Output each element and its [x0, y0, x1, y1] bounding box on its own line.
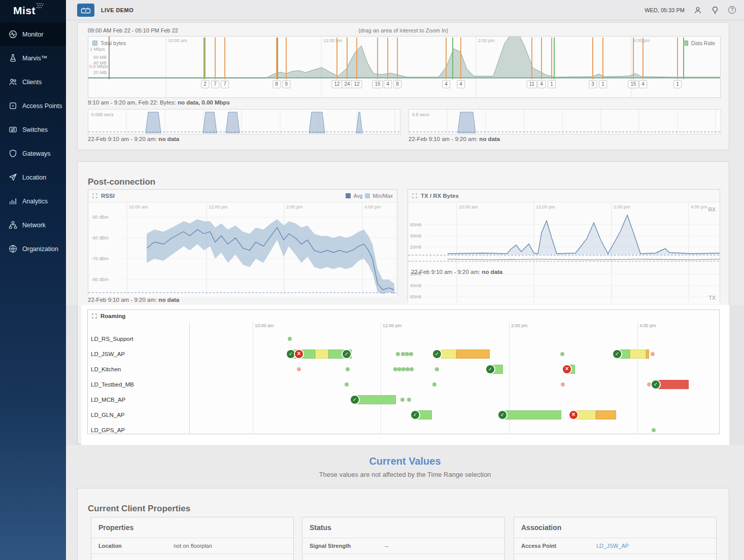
sidebar-item-analytics[interactable]: Analytics: [0, 189, 66, 213]
event-count-badge[interactable]: 24: [342, 80, 352, 88]
event-count-badge[interactable]: 3: [589, 80, 597, 88]
event-count-badge[interactable]: 1: [673, 80, 682, 88]
roam-event-dot[interactable]: [401, 352, 405, 356]
roam-event-dot[interactable]: [410, 367, 414, 371]
event-count-badge[interactable]: 1: [599, 80, 607, 88]
event-count-badge[interactable]: 8: [273, 80, 281, 88]
event-count-badge[interactable]: 4: [537, 80, 546, 88]
sidebar-item-switches[interactable]: Switches: [0, 118, 66, 142]
roam-success-icon[interactable]: ✓: [652, 380, 660, 389]
sidebar-item-label: Access Points: [22, 102, 62, 110]
event-count-badge[interactable]: 4: [457, 80, 465, 88]
roam-session-bar[interactable]: [646, 349, 649, 359]
latency-chart-left[interactable]: 0.005 secs: [88, 109, 400, 134]
event-count-badge[interactable]: 9: [282, 80, 290, 88]
event-count-badge[interactable]: 11: [527, 80, 537, 88]
rssi-legend: Avg Min/Max: [346, 193, 393, 199]
roam-event-dot[interactable]: [647, 382, 651, 387]
event-count-badge[interactable]: 7: [211, 80, 219, 88]
logo-dots-icon: [37, 3, 38, 4]
roam-event-dot[interactable]: [400, 398, 404, 402]
roam-success-icon[interactable]: ✓: [498, 411, 506, 419]
roam-session-bar[interactable]: [657, 380, 689, 389]
property-value[interactable]: LD_JSW_AP: [596, 543, 629, 549]
roaming-row: ✓: [190, 377, 719, 392]
roam-event-dot[interactable]: [397, 367, 401, 371]
sidebar-item-monitor[interactable]: Monitor: [0, 22, 66, 46]
roam-session-bar[interactable]: [315, 349, 328, 359]
event-count-badge[interactable]: 4: [384, 80, 392, 88]
roam-event-dot[interactable]: [651, 352, 655, 356]
roam-event-dot[interactable]: [405, 352, 409, 356]
event-count-badge[interactable]: 4: [442, 80, 450, 88]
roam-event-dot[interactable]: [405, 367, 410, 371]
roam-session-bar[interactable]: [630, 349, 646, 359]
roam-event-dot[interactable]: [297, 367, 301, 371]
mist-logo[interactable]: Mist: [0, 0, 66, 21]
event-count-badge[interactable]: 8: [393, 80, 401, 88]
svg-text:4:00 pm: 4:00 pm: [364, 204, 381, 209]
roam-fail-icon[interactable]: ×: [563, 365, 571, 373]
sidebar-item-clients[interactable]: Clients: [0, 70, 66, 94]
roam-success-icon[interactable]: ✓: [351, 396, 359, 404]
account-icon[interactable]: [694, 6, 702, 14]
roam-event-dot[interactable]: [393, 367, 397, 371]
roam-fail-icon[interactable]: ×: [569, 411, 578, 419]
roam-success-icon[interactable]: ✓: [613, 350, 621, 358]
clock: WED, 05:33 PM: [645, 7, 685, 13]
event-count-badge[interactable]: 12: [331, 80, 342, 88]
roam-event-dot[interactable]: [288, 337, 292, 341]
sidebar-item-label: Network: [22, 222, 46, 229]
roam-event-dot[interactable]: [409, 352, 413, 356]
latency-chart-right[interactable]: 0.5 secs: [409, 109, 721, 134]
event-count-badge[interactable]: 15: [372, 80, 383, 88]
sidebar-item-network[interactable]: Network: [0, 213, 66, 237]
roam-event-dot[interactable]: [346, 367, 350, 371]
org-label: LIVE DEMO: [101, 7, 133, 13]
roam-event-dot[interactable]: [401, 367, 405, 371]
roam-event-dot[interactable]: [396, 352, 400, 356]
roam-session-bar[interactable]: [596, 410, 616, 419]
expand-icon[interactable]: [92, 313, 97, 319]
event-count-badge[interactable]: 7: [221, 80, 229, 88]
event-count-badge[interactable]: 4: [639, 80, 647, 88]
overview-chart[interactable]: 10:00 am12:00 pm2:00 pm4:00 pm Total byt…: [88, 36, 721, 98]
event-count-badge[interactable]: 1: [548, 80, 556, 88]
rssi-chart[interactable]: 10:00 am12:00 pm2:00 pm4:00 pm -50 dBm-6…: [88, 202, 397, 297]
roam-success-icon[interactable]: ✓: [343, 350, 351, 358]
sidebar-item-gateways[interactable]: Gateways: [0, 142, 66, 165]
roam-event-dot[interactable]: [652, 428, 656, 432]
expand-icon[interactable]: [412, 193, 417, 198]
expand-icon[interactable]: [92, 193, 97, 198]
roam-success-icon[interactable]: ✓: [486, 365, 494, 373]
roam-event-dot[interactable]: [561, 382, 565, 387]
roam-success-icon[interactable]: ✓: [287, 350, 295, 358]
org-switcher[interactable]: LIVE DEMO: [77, 4, 133, 17]
roam-session-bar[interactable]: [354, 395, 396, 404]
roaming-timeline[interactable]: 10:00 am12:00 pm2:00 pm4:00 pm✓×✓✓✓✓×✓✓✓…: [189, 322, 719, 434]
roam-session-bar[interactable]: [456, 349, 490, 359]
sidebar-item-location[interactable]: Location: [0, 165, 66, 189]
roam-session-bar[interactable]: [576, 410, 596, 419]
event-count-badge[interactable]: 2: [201, 80, 209, 88]
event-count-badge[interactable]: 12: [351, 80, 362, 88]
sidebar-item-marvis[interactable]: Marvis™: [0, 46, 66, 70]
roam-fail-icon[interactable]: ×: [295, 350, 303, 358]
roam-event-dot[interactable]: [560, 352, 564, 356]
help-icon[interactable]: ?: [728, 6, 736, 14]
roam-event-dot[interactable]: [435, 367, 439, 371]
roam-event-dot[interactable]: [432, 382, 436, 387]
sidebar-item-access-points[interactable]: Access Points: [0, 94, 66, 118]
roam-session-bar[interactable]: [501, 410, 561, 419]
roam-event-dot[interactable]: [345, 382, 349, 387]
sidebar-item-organization[interactable]: Organization: [0, 237, 66, 261]
roaming-row: ✓: [190, 392, 719, 407]
txrx-chart[interactable]: 10:00 am12:00 pm2:00 pm4:00 pm 60mb40mb2…: [408, 202, 720, 304]
roaming-row: ✓×✓✓✓: [190, 346, 719, 362]
roam-success-icon[interactable]: ✓: [433, 350, 441, 358]
roam-success-icon[interactable]: ✓: [411, 411, 419, 419]
roam-event-dot[interactable]: [407, 398, 411, 402]
event-count-badge[interactable]: 15: [628, 80, 638, 88]
roam-session-bar[interactable]: [441, 349, 456, 359]
whats-new-icon[interactable]: [711, 6, 719, 14]
